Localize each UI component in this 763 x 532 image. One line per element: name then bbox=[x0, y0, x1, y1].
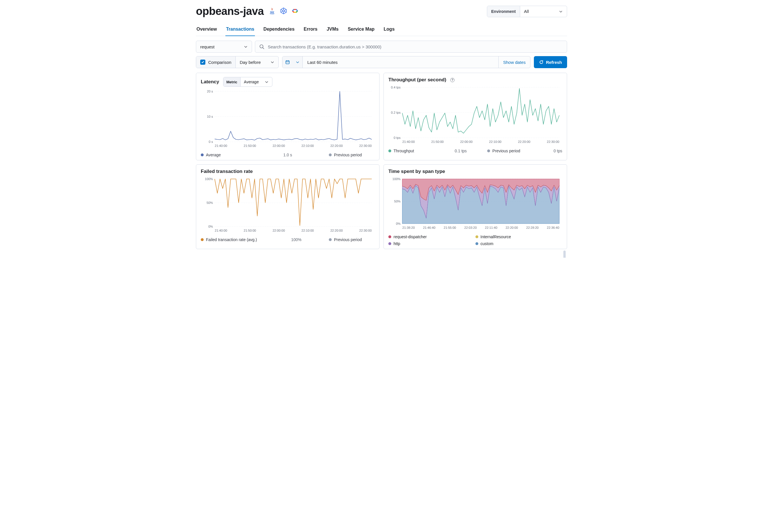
svg-text:100%: 100% bbox=[392, 177, 401, 181]
chart-failed[interactable]: 0%50%100%21:40:0021:50:0022:00:0022:10:0… bbox=[201, 176, 375, 233]
timerange-group: Last 60 minutes Show dates bbox=[282, 56, 530, 68]
svg-text:21:40:00: 21:40:00 bbox=[215, 229, 227, 232]
comparison-group: Comparison Day before bbox=[196, 56, 279, 68]
svg-text:22:20:00: 22:20:00 bbox=[505, 226, 518, 229]
java-icon bbox=[269, 7, 276, 16]
tab-overview[interactable]: Overview bbox=[196, 24, 217, 36]
search-input[interactable] bbox=[267, 44, 563, 50]
svg-point-13 bbox=[260, 45, 263, 48]
svg-text:21:40:00: 21:40:00 bbox=[402, 140, 415, 144]
svg-text:0 s: 0 s bbox=[209, 140, 213, 144]
panel-latency-title: Latency bbox=[201, 79, 219, 85]
search-icon bbox=[259, 44, 264, 49]
legend-item[interactable]: request-dispatcher bbox=[388, 235, 476, 239]
gcp-icon bbox=[291, 7, 299, 16]
comparison-label: Comparison bbox=[208, 60, 231, 65]
timerange-display[interactable]: Last 60 minutes bbox=[302, 56, 498, 68]
chevron-down-icon bbox=[244, 45, 248, 49]
latency-metric-select[interactable]: Metric Average bbox=[223, 77, 272, 87]
timerange-quick-button[interactable] bbox=[282, 56, 302, 68]
svg-text:22:10:00: 22:10:00 bbox=[489, 140, 501, 144]
svg-text:22:10:00: 22:10:00 bbox=[302, 229, 314, 232]
tab-dependencies[interactable]: Dependencies bbox=[263, 24, 295, 36]
tabs: OverviewTransactionsDependenciesErrorsJV… bbox=[196, 24, 567, 36]
environment-label: Environment bbox=[487, 6, 520, 17]
svg-text:22:00:00: 22:00:00 bbox=[460, 140, 473, 144]
legend-value: 0.1 tps bbox=[455, 149, 467, 153]
scroll-indicator[interactable] bbox=[563, 251, 566, 258]
chevron-down-icon bbox=[271, 60, 274, 64]
svg-text:22:00:00: 22:00:00 bbox=[272, 229, 285, 232]
svg-text:21:50:00: 21:50:00 bbox=[431, 140, 444, 144]
search-box[interactable] bbox=[255, 41, 567, 53]
svg-line-10 bbox=[281, 9, 283, 10]
chart-throughput[interactable]: 0 tps0.2 tps0.4 tps21:40:0021:50:0022:00… bbox=[388, 84, 562, 145]
environment-selector[interactable]: Environment All bbox=[487, 6, 567, 17]
kubernetes-icon bbox=[280, 7, 287, 16]
svg-text:22:03:20: 22:03:20 bbox=[464, 226, 477, 229]
tab-transactions[interactable]: Transactions bbox=[225, 24, 255, 36]
svg-text:0.2 tps: 0.2 tps bbox=[391, 111, 401, 114]
svg-point-4 bbox=[283, 10, 285, 12]
comparison-select[interactable]: Day before bbox=[235, 56, 278, 68]
tab-service-map[interactable]: Service Map bbox=[347, 24, 375, 36]
svg-line-6 bbox=[284, 9, 286, 10]
svg-text:22:30:00: 22:30:00 bbox=[359, 229, 372, 232]
svg-text:21:50:00: 21:50:00 bbox=[244, 144, 256, 148]
svg-text:22:10:00: 22:10:00 bbox=[302, 144, 314, 148]
legend-item[interactable]: Throughput bbox=[388, 149, 434, 153]
info-icon[interactable]: ? bbox=[450, 78, 455, 82]
chart-spans[interactable]: 0%50%100%21:38:2021:46:4021:55:0022:03:2… bbox=[388, 176, 562, 231]
legend-item[interactable]: Previous period bbox=[329, 153, 375, 157]
transaction-type-select[interactable]: request bbox=[196, 41, 252, 53]
transaction-type-value: request bbox=[200, 45, 215, 49]
calendar-icon bbox=[285, 60, 290, 64]
tab-jvms[interactable]: JVMs bbox=[326, 24, 339, 36]
comparison-checkbox[interactable] bbox=[200, 59, 205, 65]
panel-throughput: Throughput (per second) ? 0 tps0.2 tps0.… bbox=[383, 73, 567, 160]
legend-item[interactable]: custom bbox=[476, 241, 563, 246]
svg-text:21:40:00: 21:40:00 bbox=[215, 144, 227, 148]
panel-failed-title: Failed transaction rate bbox=[201, 169, 253, 174]
legend-item[interactable]: Previous period bbox=[487, 149, 533, 153]
svg-text:22:20:00: 22:20:00 bbox=[330, 229, 343, 232]
legend-item[interactable]: Average bbox=[201, 153, 247, 157]
comparison-toggle[interactable]: Comparison bbox=[196, 56, 235, 68]
panel-latency: Latency Metric Average 0 s10 s20 s21:40:… bbox=[196, 73, 380, 160]
show-dates-link[interactable]: Show dates bbox=[498, 56, 530, 68]
legend-value: 1.0 s bbox=[283, 153, 292, 157]
svg-text:22:20:00: 22:20:00 bbox=[330, 144, 343, 148]
panel-spans: Time spent by span type 0%50%100%21:38:2… bbox=[383, 164, 567, 249]
legend-item[interactable]: InternalResource bbox=[476, 235, 563, 239]
svg-text:0%: 0% bbox=[208, 225, 213, 228]
svg-text:21:50:00: 21:50:00 bbox=[244, 229, 256, 232]
svg-text:0.4 tps: 0.4 tps bbox=[391, 86, 401, 89]
svg-rect-15 bbox=[286, 61, 289, 64]
refresh-button[interactable]: Refresh bbox=[534, 56, 567, 68]
svg-line-9 bbox=[281, 11, 283, 12]
latency-metric-value: Average bbox=[244, 80, 259, 84]
timerange-label: Last 60 minutes bbox=[307, 60, 338, 65]
panel-throughput-title: Throughput (per second) bbox=[388, 77, 446, 83]
svg-text:22:36:40: 22:36:40 bbox=[547, 226, 559, 229]
svg-text:0 tps: 0 tps bbox=[393, 136, 401, 140]
legend-item[interactable]: Failed transaction rate (avg.) bbox=[201, 237, 264, 242]
svg-text:22:28:20: 22:28:20 bbox=[526, 226, 538, 229]
svg-text:50%: 50% bbox=[394, 200, 400, 203]
svg-text:21:46:40: 21:46:40 bbox=[423, 226, 435, 229]
svg-text:50%: 50% bbox=[206, 201, 213, 204]
svg-line-7 bbox=[284, 11, 286, 12]
svg-text:100%: 100% bbox=[205, 177, 213, 181]
comparison-value: Day before bbox=[240, 60, 261, 65]
svg-text:22:20:00: 22:20:00 bbox=[518, 140, 530, 144]
svg-text:22:30:00: 22:30:00 bbox=[359, 144, 372, 148]
svg-text:21:55:00: 21:55:00 bbox=[444, 226, 456, 229]
tab-logs[interactable]: Logs bbox=[383, 24, 395, 36]
svg-text:22:11:40: 22:11:40 bbox=[485, 226, 497, 229]
legend-item[interactable]: http bbox=[388, 241, 476, 246]
legend-item[interactable]: Previous period bbox=[329, 237, 375, 242]
environment-value: All bbox=[524, 9, 529, 14]
tab-errors[interactable]: Errors bbox=[303, 24, 318, 36]
chart-latency[interactable]: 0 s10 s20 s21:40:0021:50:0022:00:0022:10… bbox=[201, 88, 375, 149]
svg-text:22:30:00: 22:30:00 bbox=[547, 140, 559, 144]
